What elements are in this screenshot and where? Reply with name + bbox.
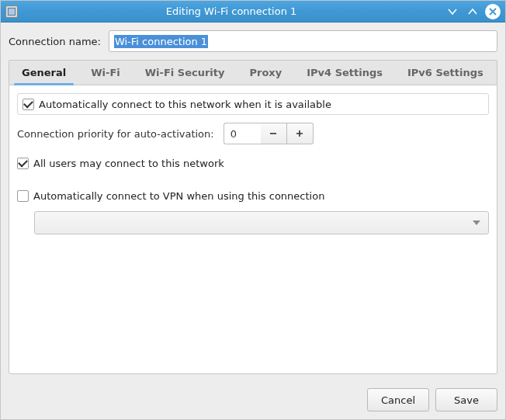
- minimize-button[interactable]: [445, 4, 460, 19]
- priority-row: Connection priority for auto-activation:…: [17, 123, 489, 144]
- connection-name-input[interactable]: Wi-Fi connection 1: [109, 30, 497, 52]
- tab-wifi-security[interactable]: Wi-Fi Security: [133, 60, 237, 85]
- auto-connect-row: Automatically connect to this network wh…: [17, 93, 489, 115]
- connection-name-value: Wi-Fi connection 1: [114, 35, 208, 48]
- window: Editing Wi-Fi connection 1 Connection na…: [0, 0, 506, 420]
- tab-label: Proxy: [249, 67, 282, 78]
- chevron-up-icon: [467, 6, 478, 17]
- dropdown-arrow-icon: [473, 220, 480, 225]
- save-button[interactable]: Save: [435, 388, 497, 411]
- tab-label: IPv4 Settings: [307, 67, 383, 78]
- connection-name-label: Connection name:: [9, 36, 101, 47]
- all-users-row: All users may connect to this network: [17, 152, 489, 174]
- tab-panel-general: Automatically connect to this network wh…: [9, 85, 497, 374]
- dialog-body: Connection name: Wi-Fi connection 1 Gene…: [1, 23, 505, 382]
- tab-ipv4[interactable]: IPv4 Settings: [294, 60, 395, 85]
- all-users-label: All users may connect to this network: [33, 158, 224, 169]
- tab-proxy[interactable]: Proxy: [237, 60, 294, 85]
- dialog-footer: Cancel Save: [1, 382, 505, 419]
- plus-icon: [295, 129, 304, 138]
- cancel-label: Cancel: [381, 394, 415, 406]
- priority-decrement[interactable]: [261, 123, 287, 144]
- auto-connect-checkbox[interactable]: [23, 99, 34, 110]
- tab-wifi[interactable]: Wi-Fi: [78, 60, 133, 85]
- tab-ipv6[interactable]: IPv6 Settings: [395, 60, 496, 85]
- close-button[interactable]: [485, 4, 501, 19]
- titlebar: Editing Wi-Fi connection 1: [1, 1, 505, 23]
- minus-icon: [269, 129, 278, 138]
- connection-name-row: Connection name: Wi-Fi connection 1: [9, 30, 497, 52]
- vpn-select[interactable]: [34, 211, 489, 234]
- priority-label: Connection priority for auto-activation:: [17, 128, 214, 140]
- auto-vpn-label: Automatically connect to VPN when using …: [33, 190, 324, 202]
- priority-increment[interactable]: [287, 123, 314, 144]
- window-title: Editing Wi-Fi connection 1: [23, 5, 440, 17]
- tab-label: Wi-Fi Security: [145, 67, 225, 78]
- tabbar: General Wi-Fi Wi-Fi Security Proxy IPv4 …: [9, 60, 497, 85]
- app-icon: [5, 5, 18, 18]
- all-users-checkbox[interactable]: [17, 158, 29, 169]
- tab-label: General: [22, 67, 66, 78]
- spacer: [17, 174, 489, 185]
- priority-value: 0: [230, 128, 237, 140]
- save-label: Save: [454, 394, 479, 406]
- priority-stepper: 0: [224, 123, 314, 144]
- tab-general[interactable]: General: [9, 60, 78, 85]
- auto-connect-label: Automatically connect to this network wh…: [39, 99, 331, 110]
- chevron-down-icon: [447, 6, 458, 17]
- tab-label: Wi-Fi: [91, 67, 120, 78]
- close-icon: [489, 8, 497, 16]
- auto-vpn-checkbox[interactable]: [17, 190, 29, 202]
- priority-input[interactable]: 0: [224, 123, 261, 144]
- maximize-button[interactable]: [465, 4, 480, 19]
- cancel-button[interactable]: Cancel: [367, 388, 429, 411]
- auto-vpn-row: Automatically connect to VPN when using …: [17, 185, 489, 207]
- tab-label: IPv6 Settings: [407, 67, 483, 78]
